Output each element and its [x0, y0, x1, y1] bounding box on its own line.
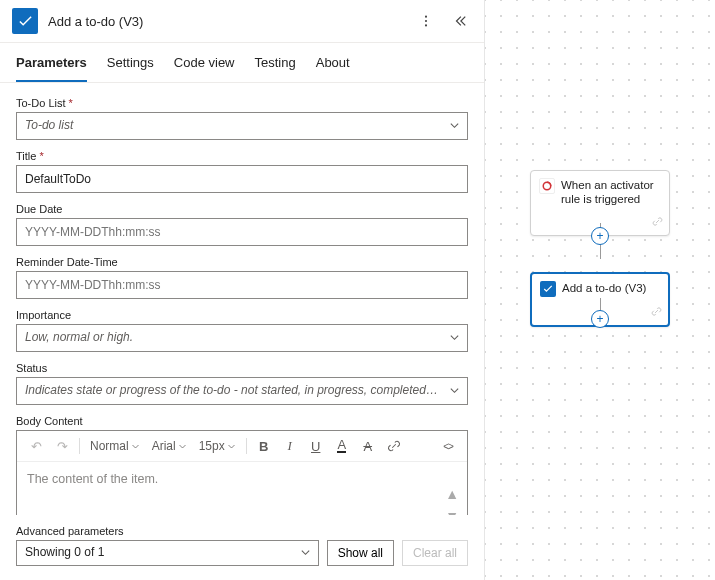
importance-select[interactable]: Low, normal or high.: [16, 324, 468, 352]
svg-point-0: [425, 16, 427, 18]
due-date-label: Due Date: [16, 203, 468, 215]
link-icon: [652, 213, 663, 231]
importance-label: Importance: [16, 309, 468, 321]
action-icon: [12, 8, 38, 34]
code-view-button[interactable]: <>: [437, 435, 459, 457]
redo-button[interactable]: ↷: [51, 435, 73, 457]
title-input[interactable]: [16, 165, 468, 193]
reminder-label: Reminder Date-Time: [16, 256, 468, 268]
advanced-parameters: Advanced parameters Showing 0 of 1 Show …: [0, 515, 484, 580]
add-step-button[interactable]: +: [591, 227, 609, 245]
undo-button[interactable]: ↶: [25, 435, 47, 457]
tabs-bar: Parameters Settings Code view Testing Ab…: [0, 43, 484, 83]
connector-line: [600, 245, 601, 259]
status-select[interactable]: Indicates state or progress of the to-do…: [16, 377, 468, 405]
font-dropdown[interactable]: Arial: [148, 439, 191, 453]
title-label: Title: [16, 150, 468, 162]
tab-code-view[interactable]: Code view: [174, 43, 235, 82]
tab-testing[interactable]: Testing: [255, 43, 296, 82]
bold-button[interactable]: B: [253, 435, 275, 457]
body-content-label: Body Content: [16, 415, 468, 427]
size-dropdown[interactable]: 15px: [195, 439, 240, 453]
trigger-title: When an activator rule is triggered: [561, 178, 661, 207]
underline-button[interactable]: U: [305, 435, 327, 457]
tab-parameters[interactable]: Parameters: [16, 43, 87, 82]
style-dropdown[interactable]: Normal: [86, 439, 144, 453]
todo-list-select[interactable]: To-do list: [16, 112, 468, 140]
more-menu-button[interactable]: [414, 9, 438, 33]
reminder-input[interactable]: [16, 271, 468, 299]
body-placeholder: The content of the item.: [27, 472, 158, 486]
show-all-button[interactable]: Show all: [327, 540, 394, 566]
advanced-params-label: Advanced parameters: [16, 525, 468, 537]
action-title: Add a to-do (V3): [562, 281, 646, 295]
svg-point-1: [425, 20, 427, 22]
config-panel: Add a to-do (V3) Parameters Settings Cod…: [0, 0, 485, 580]
collapse-panel-button[interactable]: [448, 9, 472, 33]
svg-point-2: [425, 24, 427, 26]
clear-format-button[interactable]: A: [357, 435, 379, 457]
todo-list-label: To-Do List: [16, 97, 468, 109]
panel-title: Add a to-do (V3): [48, 14, 404, 29]
panel-header: Add a to-do (V3): [0, 0, 484, 43]
advanced-params-select[interactable]: Showing 0 of 1: [16, 540, 319, 566]
clear-all-button: Clear all: [402, 540, 468, 566]
add-step-button[interactable]: +: [591, 310, 609, 328]
editor-toolbar: ↶ ↷ Normal Arial 15px B I U A A: [17, 431, 467, 462]
trigger-icon: [539, 178, 555, 194]
rich-text-editor: ↶ ↷ Normal Arial 15px B I U A A: [16, 430, 468, 515]
body-content-editor[interactable]: The content of the item. ▲ ▼: [17, 462, 467, 515]
italic-button[interactable]: I: [279, 435, 301, 457]
flow-canvas[interactable]: When an activator rule is triggered + Ad…: [485, 0, 715, 580]
move-up-icon[interactable]: ▲: [445, 486, 459, 502]
link-button[interactable]: [383, 435, 405, 457]
font-color-button[interactable]: A: [331, 435, 353, 457]
parameters-form: To-Do List To-do list Title Due Date Rem…: [0, 83, 484, 515]
tab-settings[interactable]: Settings: [107, 43, 154, 82]
tab-about[interactable]: About: [316, 43, 350, 82]
move-down-icon[interactable]: ▼: [445, 508, 459, 515]
status-label: Status: [16, 362, 468, 374]
link-icon: [651, 303, 662, 321]
due-date-input[interactable]: [16, 218, 468, 246]
action-node-icon: [540, 281, 556, 297]
